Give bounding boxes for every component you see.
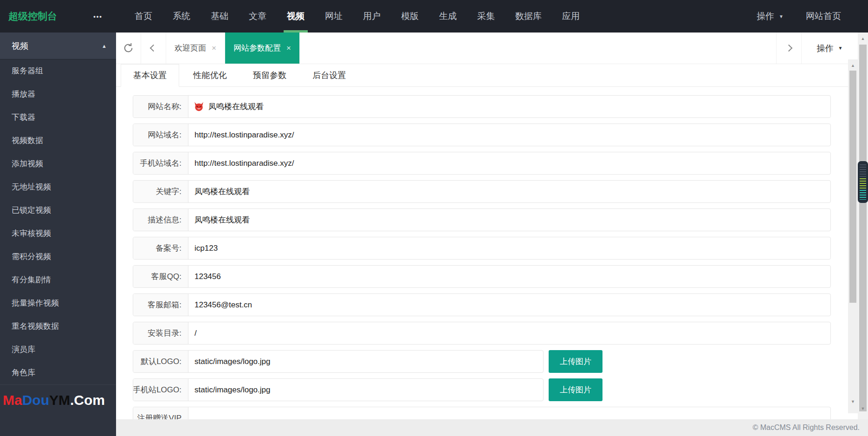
- sidebar-item-server-group[interactable]: 服务器组: [0, 59, 116, 83]
- tabbar-action-dropdown[interactable]: 操作 ▼: [801, 33, 858, 64]
- scroll-down-icon[interactable]: ▼: [848, 397, 858, 406]
- sidebar-item-role-library[interactable]: 角色库: [0, 361, 116, 384]
- sidebar-item-unreviewed[interactable]: 未审核视频: [0, 222, 116, 245]
- tab-label: 网站参数配置: [233, 43, 281, 53]
- brand-title[interactable]: 超级控制台: [0, 10, 78, 23]
- sidebar-item-actor-library[interactable]: 演员库: [0, 338, 116, 361]
- form-row-mobile-domain: 手机站域名:: [133, 152, 831, 175]
- mobile-logo-input[interactable]: [194, 385, 543, 395]
- field-label: 手机站域名:: [133, 152, 188, 174]
- form-row-site-name: 网站名称:: [133, 95, 831, 118]
- minimap-stripes-teal: [860, 190, 866, 200]
- menu-item-template[interactable]: 模版: [391, 0, 429, 33]
- refresh-button[interactable]: [116, 33, 141, 64]
- close-icon[interactable]: ×: [212, 44, 216, 53]
- caret-down-icon: ▼: [838, 46, 843, 51]
- form-row-keywords: 关键字:: [133, 180, 831, 203]
- field-label: 安装目录:: [133, 322, 188, 344]
- collapse-up-icon: ▲: [102, 43, 107, 49]
- field-label: 手机站LOGO:: [133, 379, 188, 401]
- tabs-scroll-left-button[interactable]: [141, 33, 166, 64]
- topbar-action-label: 操作: [757, 10, 774, 22]
- register-vip-input[interactable]: [194, 413, 830, 420]
- chevron-left-icon: [150, 45, 157, 52]
- menu-item-basic[interactable]: 基础: [201, 0, 239, 33]
- field-label: 注册赠送VIP: [133, 407, 188, 419]
- default-logo-input[interactable]: [194, 357, 543, 367]
- sidebar-group-video[interactable]: 视频 ▲: [0, 33, 116, 59]
- menu-item-generate[interactable]: 生成: [429, 0, 467, 33]
- form-row-register-vip: 注册赠送VIP: [133, 407, 831, 419]
- form-row-service-qq: 客服QQ:: [133, 265, 831, 288]
- tab-basic-settings[interactable]: 基本设置: [121, 64, 179, 87]
- scroll-up-icon[interactable]: ▲: [848, 61, 858, 70]
- scroll-up-icon[interactable]: ▲: [858, 34, 868, 43]
- sidebar-item-downloader[interactable]: 下载器: [0, 106, 116, 129]
- menu-item-user[interactable]: 用户: [353, 0, 391, 33]
- sidebar-item-video-data[interactable]: 视频数据: [0, 129, 116, 152]
- install-dir-input[interactable]: [194, 328, 830, 338]
- field-label: 网站名称:: [133, 96, 188, 117]
- form-row-service-email: 客服邮箱:: [133, 293, 831, 316]
- chevron-right-icon: [785, 45, 793, 52]
- sidebar-item-player[interactable]: 播放器: [0, 83, 116, 106]
- site-domain-input[interactable]: [194, 130, 830, 140]
- page-scrollbar-thumb[interactable]: [859, 45, 867, 411]
- tab-welcome-page[interactable]: 欢迎页面 ×: [166, 33, 225, 64]
- tab-backend-settings[interactable]: 后台设置: [300, 65, 358, 86]
- sidebar-item-no-url-video[interactable]: 无地址视频: [0, 176, 116, 199]
- settings-panel: 基本设置 性能优化 预留参数 后台设置 网站名称:: [116, 64, 848, 419]
- field-label: 客服QQ:: [133, 266, 188, 287]
- more-menu-icon[interactable]: •••: [78, 13, 118, 20]
- logo-part-black: YM: [49, 392, 70, 408]
- upload-image-button[interactable]: 上传图片: [549, 350, 602, 373]
- tabs-scroll-right-button[interactable]: [776, 33, 801, 64]
- minimap-stripes-dark: [860, 164, 866, 178]
- window-tabbar: 欢迎页面 × 网站参数配置 × 操作 ▼: [116, 33, 858, 64]
- menu-item-database[interactable]: 数据库: [505, 0, 552, 33]
- top-menu: 首页 系统 基础 文章 视频 网址 用户 模版 生成 采集 数据库 应用: [124, 0, 590, 33]
- watermark-logo: MaDouYM.Com: [0, 384, 116, 411]
- logo-part-white: .Com: [70, 392, 105, 408]
- topbar-action-dropdown[interactable]: 操作 ▼: [757, 10, 784, 22]
- field-label: 客服邮箱:: [133, 294, 188, 316]
- menu-item-website[interactable]: 网址: [315, 0, 353, 33]
- tab-performance[interactable]: 性能优化: [181, 65, 239, 86]
- refresh-icon: [123, 42, 134, 54]
- sidebar-item-duplicate-data[interactable]: 重名视频数据: [0, 315, 116, 338]
- sidebar-item-points-video[interactable]: 需积分视频: [0, 245, 116, 268]
- field-label: 网站域名:: [133, 124, 188, 146]
- tab-reserved-params[interactable]: 预留参数: [241, 65, 298, 86]
- footer: © MacCMS All Rights Reserved.: [116, 419, 868, 436]
- scroll-minimap-widget[interactable]: [858, 161, 868, 203]
- menu-item-home[interactable]: 首页: [124, 0, 162, 33]
- menu-item-video[interactable]: 视频: [277, 0, 315, 33]
- icp-input[interactable]: [194, 243, 830, 254]
- field-label: 关键字:: [133, 181, 188, 202]
- service-qq-input[interactable]: [194, 272, 830, 282]
- content-scrollbar-thumb[interactable]: [849, 71, 856, 303]
- menu-item-article[interactable]: 文章: [239, 0, 277, 33]
- site-name-input[interactable]: [207, 102, 830, 112]
- sidebar-item-episode-plot[interactable]: 有分集剧情: [0, 268, 116, 292]
- site-home-link[interactable]: 网站首页: [806, 10, 841, 22]
- service-email-input[interactable]: [194, 300, 830, 310]
- content-scrollbar[interactable]: ▲ ▼: [848, 59, 858, 413]
- tab-site-params-config[interactable]: 网站参数配置 ×: [225, 33, 300, 64]
- close-icon[interactable]: ×: [286, 44, 291, 53]
- page-scrollbar[interactable]: ▲ ▼: [858, 33, 868, 419]
- sidebar-item-locked-video[interactable]: 已锁定视频: [0, 199, 116, 222]
- menu-item-collect[interactable]: 采集: [467, 0, 505, 33]
- menu-item-system[interactable]: 系统: [162, 0, 201, 33]
- keywords-input[interactable]: [194, 187, 830, 197]
- sidebar-group-label: 视频: [12, 40, 28, 52]
- sidebar-item-batch-ops[interactable]: 批量操作视频: [0, 292, 116, 315]
- menu-item-app[interactable]: 应用: [552, 0, 590, 33]
- upload-image-button[interactable]: 上传图片: [549, 378, 602, 401]
- mobile-domain-input[interactable]: [194, 158, 830, 169]
- sidebar-item-add-video[interactable]: 添加视频: [0, 152, 116, 176]
- field-label: 默认LOGO:: [133, 351, 188, 372]
- scroll-down-icon[interactable]: ▼: [858, 404, 868, 413]
- description-input[interactable]: [194, 215, 830, 225]
- logo-part-red: Ma: [3, 392, 22, 408]
